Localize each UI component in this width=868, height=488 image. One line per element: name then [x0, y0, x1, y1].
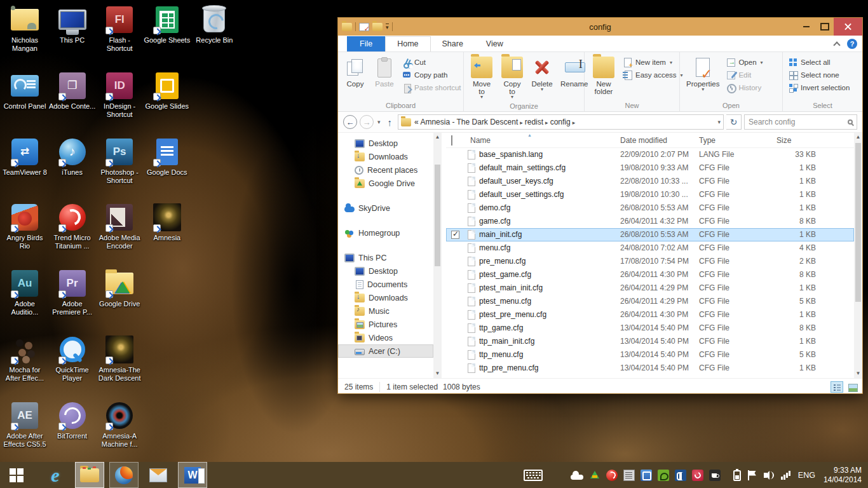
file-row-default_user_keys.cfg[interactable]: default_user_keys.cfg22/08/2010 10:33 ..… [446, 175, 854, 188]
large-icons-view-button[interactable] [846, 381, 858, 393]
desktop-icon-teamviewer[interactable]: ⇄TeamViewer 8 [1, 137, 48, 177]
invert-selection-button[interactable]: Invert selection [788, 83, 850, 93]
scroll-down-icon[interactable]: ▼ [433, 369, 442, 378]
sidebar-scrollbar[interactable]: ▲ ▼ [433, 133, 442, 378]
sidebar-item-pictures[interactable]: Pictures [338, 318, 433, 331]
cut-button[interactable]: Cut [402, 57, 461, 67]
history-button[interactable]: History [726, 83, 763, 93]
coffee-tray-icon[interactable] [709, 470, 721, 481]
desktop-icon-google-docs[interactable]: Google Docs [144, 137, 191, 177]
sidebar-item-downloads[interactable]: Downloads [338, 291, 433, 304]
file-row-demo.cfg[interactable]: demo.cfg26/08/2010 5:53 AMCFG File1 KB [446, 201, 854, 215]
details-view-button[interactable] [831, 381, 843, 393]
file-row-default_main_settings.cfg[interactable]: default_main_settings.cfg19/08/2010 9:33… [446, 161, 854, 175]
language-indicator[interactable]: ENG [798, 471, 815, 480]
scroll-down-icon[interactable]: ▼ [854, 369, 862, 378]
desktop-icon-adobe-premiere[interactable]: PrAdobe Premiere P... [49, 269, 96, 316]
clock[interactable]: 9:33 AM 14/04/2014 [821, 466, 862, 485]
paste-shortcut-button[interactable]: Paste shortcut [402, 83, 461, 93]
search-input[interactable]: Search config [744, 114, 857, 130]
network-signal-icon[interactable] [781, 470, 792, 481]
sidebar-item-google-drive[interactable]: Google Drive [338, 177, 433, 190]
column-header-name[interactable]: Name [470, 136, 491, 145]
titlebar[interactable]: ▾ config [338, 18, 862, 36]
desktop-icon-recycle-bin[interactable]: Recycle Bin [191, 5, 238, 44]
breadcrumb-chevron-icon[interactable]: ▸ [543, 119, 550, 126]
open-button[interactable]: Open [726, 57, 763, 67]
file-row-ptest_menu.cfg[interactable]: ptest_menu.cfg26/04/2011 4:29 PMCFG File… [446, 295, 854, 308]
desktop-icon-quicktime[interactable]: QuickTime Player [49, 335, 96, 383]
file-row-pre_menu.cfg[interactable]: pre_menu.cfg17/08/2010 7:54 PMCFG File2 … [446, 255, 854, 268]
address-dropdown-icon[interactable]: ▾ [717, 119, 721, 125]
desktop-icon-adobe-media-encoder[interactable]: Adobe Media Encoder [96, 203, 143, 250]
file-row-menu.cfg[interactable]: menu.cfg24/08/2010 7:02 AMCFG File4 KB [446, 241, 854, 255]
select-all-checkbox[interactable] [451, 135, 452, 146]
taskbar-word[interactable]: W [178, 462, 207, 488]
back-button[interactable]: ← [343, 115, 357, 129]
breadcrumb-segment[interactable]: Amnesia - The Dark Descent [420, 118, 518, 126]
sidebar-item-documents[interactable]: Documents [338, 278, 433, 291]
notes-tray-icon[interactable] [623, 470, 635, 481]
desktop-icon-amnesia-tdd[interactable]: Amnesia-The Dark Descent [96, 335, 143, 383]
desktop-icon-user-folder[interactable]: Nicholas Mangan [1, 5, 48, 53]
touch-keyboard-icon[interactable] [524, 470, 543, 481]
refresh-button[interactable]: ↻ [726, 114, 742, 130]
scroll-up-icon[interactable]: ▲ [433, 133, 442, 142]
taskbar-internet-explorer[interactable]: e [41, 462, 70, 488]
file-row-default_user_settings.cfg[interactable]: default_user_settings.cfg19/08/2010 10:3… [446, 188, 854, 201]
breadcrumb-segment[interactable]: config [550, 118, 571, 126]
copy-to-button[interactable]: Copy to▾ [497, 55, 527, 101]
column-header-size[interactable]: Size [776, 136, 791, 145]
scroll-up-icon[interactable]: ▲ [854, 133, 862, 142]
battery-icon[interactable] [733, 470, 741, 481]
file-row-ptest_main_init.cfg[interactable]: ptest_main_init.cfg26/04/2011 4:29 PMCFG… [446, 281, 854, 295]
action-center-flag-icon[interactable] [747, 470, 758, 481]
desktop-icon-bittorrent[interactable]: BitTorrent [49, 401, 96, 440]
desktop-icon-itunes[interactable]: ♪iTunes [49, 137, 96, 177]
paste-button[interactable]: Paste [370, 55, 399, 90]
desktop-icon-photoshop[interactable]: PsPhotoshop - Shortcut [96, 137, 143, 185]
forward-button[interactable]: → [360, 115, 374, 129]
new-item-button[interactable]: New item [623, 57, 683, 67]
red-swirl-tray-icon[interactable] [692, 470, 703, 481]
sidebar-item-homegroup[interactable]: Homegroup [338, 226, 433, 240]
sidebar-item-this-pc[interactable]: This PC [338, 251, 433, 264]
select-none-button[interactable]: Select none [788, 70, 850, 80]
desktop-icon-control-panel[interactable]: Control Panel [1, 71, 48, 111]
taskbar-file-explorer[interactable] [75, 462, 104, 488]
close-button[interactable] [834, 18, 862, 36]
qat-customize-icon[interactable]: ▾ [386, 24, 389, 30]
recent-locations-icon[interactable]: ▾ [376, 119, 382, 125]
desktop-icon-amnesia[interactable]: Amnesia [144, 203, 191, 242]
breadcrumb-chevron-icon[interactable]: ▸ [518, 119, 525, 126]
minimize-button[interactable] [797, 18, 815, 36]
row-checkbox[interactable] [451, 231, 459, 239]
sidebar-item-videos[interactable]: Videos [338, 331, 433, 344]
file-row-ptest_game.cfg[interactable]: ptest_game.cfg26/04/2011 4:30 PMCFG File… [446, 268, 854, 281]
copy-button[interactable]: Copy [341, 55, 370, 90]
desktop-icon-adobe-content-viewer[interactable]: ❐Adobe Conte... [49, 71, 96, 111]
start-button[interactable] [0, 462, 33, 488]
taskbar-firefox[interactable] [109, 462, 139, 488]
nvidia-tray-icon[interactable] [658, 470, 669, 481]
sidebar-item-skydrive[interactable]: SkyDrive [338, 201, 433, 215]
copy-path-button[interactable]: Copy path [402, 70, 461, 80]
desktop-icon-angry-birds-rio[interactable]: Angry Birds Rio [1, 203, 48, 250]
file-row-ptest_pre_menu.cfg[interactable]: ptest_pre_menu.cfg26/04/2011 4:30 PMCFG … [446, 308, 854, 322]
tab-share[interactable]: Share [431, 37, 475, 51]
file-row-ttp_menu.cfg[interactable]: ttp_menu.cfg13/04/2014 5:40 PMCFG File5 … [446, 348, 854, 362]
file-row-ttp_game.cfg[interactable]: ttp_game.cfg13/04/2014 5:40 PMCFG File8 … [446, 322, 854, 335]
dolby-tray-icon[interactable] [675, 470, 686, 481]
sidebar-item-desktop[interactable]: Desktop [338, 264, 433, 278]
easy-access-button[interactable]: Easy access [623, 70, 683, 80]
file-row-main_init.cfg[interactable]: main_init.cfg26/08/2010 5:53 AMCFG File1… [446, 228, 854, 241]
desktop-icon-after-effects[interactable]: AEAdobe After Effects CS5.5 [1, 401, 48, 449]
desktop-icon-indesign[interactable]: IDInDesign - Shortcut [96, 71, 143, 119]
sidebar-item-desktop[interactable]: Desktop [338, 137, 433, 150]
edit-button[interactable]: Edit [726, 70, 763, 80]
tab-file[interactable]: File [347, 36, 385, 51]
search-icon[interactable] [848, 119, 853, 125]
desktop-icon-amnesia-machine[interactable]: Amnesia-A Machine f... [96, 401, 143, 449]
qat-properties-icon[interactable] [359, 23, 369, 31]
up-button[interactable]: ↑ [384, 117, 396, 128]
